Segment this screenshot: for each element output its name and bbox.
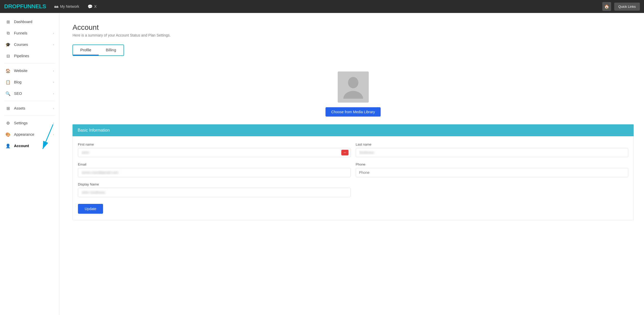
email-group: Email [78,162,351,177]
chevron-icon: ‹ [53,69,54,72]
dashboard-icon: ⊞ [5,19,11,25]
logo-drop: DROP [4,3,20,10]
basic-info-title: Basic Information [78,128,110,132]
svg-point-2 [348,77,358,88]
chevron-icon: ‹ [53,133,54,136]
email-input[interactable] [78,168,351,177]
display-name-input[interactable] [78,188,351,197]
sidebar-divider [4,63,55,63]
last-name-input[interactable] [356,148,628,157]
app-body: ⊞ Dashboard ⧉ Funnels ‹ 🎓 Courses ‹ ⊟ Pi… [0,13,644,315]
pipelines-icon: ⊟ [5,53,11,59]
sidebar-label-blog: Blog [14,80,21,84]
main-content: Account Here is a summary of your Accoun… [60,13,644,315]
chat-icon: 💬 [88,4,93,9]
chevron-icon: ‹ [53,81,54,84]
choose-media-button[interactable]: Choose from Media Library [325,107,381,117]
basic-info-section: Basic Information First name ··· Last na… [73,124,634,220]
profile-section: Choose from Media Library [73,64,634,122]
settings-icon: ⚙ [5,120,11,126]
sidebar-label-funnels: Funnels [14,31,27,35]
logo-funnels: FUNNELS [20,3,46,10]
display-name-label: Display Name [78,182,351,186]
first-name-group: First name ··· [78,142,351,157]
sidebar-item-settings[interactable]: ⚙ Settings ‹ [0,117,59,129]
sidebar-label-courses: Courses [14,42,28,47]
chevron-icon: ‹ [53,107,54,110]
sidebar-divider [4,116,55,116]
svg-point-3 [343,91,363,99]
website-icon: 🏠 [5,68,11,74]
account-icon: 👤 [5,143,11,149]
my-network-nav[interactable]: 🏘 My Network [52,3,81,10]
sidebar-label-appearance: Appearance [14,132,34,137]
chevron-icon: ‹ [53,121,54,125]
top-navigation: DROPFUNNELS 🏘 My Network 💬 X 🏠 Quick Lin… [0,0,644,13]
basic-info-header: Basic Information [73,124,634,136]
email-label: Email [78,162,351,166]
avatar-placeholder [338,71,369,103]
sidebar-label-settings: Settings [14,121,27,125]
sidebar-divider [4,101,55,101]
email-phone-row: Email Phone [78,162,628,177]
sidebar-item-appearance[interactable]: 🎨 Appearance ‹ [0,129,59,140]
sidebar-item-account[interactable]: 👤 Account [0,140,59,152]
sidebar-item-funnels[interactable]: ⧉ Funnels ‹ [0,27,59,39]
tab-billing[interactable]: Billing [99,45,124,55]
page-title: Account [73,23,634,32]
input-action-badge[interactable]: ··· [341,150,349,155]
chevron-icon: ‹ [53,92,54,95]
sidebar-item-pipelines[interactable]: ⊟ Pipelines [0,50,59,62]
first-name-label: First name [78,142,351,146]
display-name-group: Display Name [78,182,351,197]
logo[interactable]: DROPFUNNELS [4,3,46,10]
tab-profile[interactable]: Profile [73,45,99,55]
sidebar-label-dashboard: Dashboard [14,20,32,24]
first-name-wrapper: ··· [78,148,351,157]
sidebar-item-website[interactable]: 🏠 Website ‹ [0,65,59,76]
appearance-icon: 🎨 [5,132,11,137]
sidebar-item-assets[interactable]: ⊞ Assets ‹ [0,103,59,114]
last-name-label: Last name [356,142,628,146]
sidebar-label-account: Account [14,144,29,148]
sidebar-label-website: Website [14,69,27,73]
seo-icon: 🔍 [5,91,11,96]
name-row: First name ··· Last name [78,142,628,157]
funnels-icon: ⧉ [5,30,11,36]
avatar-icon [343,75,364,99]
sidebar-label-assets: Assets [14,106,25,110]
phone-label: Phone [356,162,628,166]
assets-icon: ⊞ [5,105,11,111]
my-network-label: My Network [60,4,79,9]
first-name-input[interactable] [78,148,351,157]
sidebar-item-courses[interactable]: 🎓 Courses ‹ [0,39,59,50]
sidebar-label-seo: SEO [14,91,22,96]
update-button[interactable]: Update [78,204,103,214]
blog-icon: 📋 [5,79,11,85]
sidebar-item-blog[interactable]: 📋 Blog ‹ [0,76,59,88]
tabs-container: Profile Billing [73,45,124,56]
network-icon: 🏘 [54,4,59,9]
sidebar-item-seo[interactable]: 🔍 SEO ‹ [0,88,59,99]
chevron-icon: ‹ [53,43,54,46]
last-name-group: Last name [356,142,628,157]
chat-label: X [94,4,97,9]
phone-group: Phone [356,162,628,177]
topnav-right: 🏠 Quick Links [602,2,640,11]
page-subtitle: Here is a summary of your Account Status… [73,33,634,37]
chevron-icon: ‹ [53,32,54,35]
last-name-wrapper [356,148,628,157]
sidebar-item-dashboard[interactable]: ⊞ Dashboard [0,16,59,27]
sidebar-label-pipelines: Pipelines [14,54,29,58]
basic-info-body: First name ··· Last name [73,136,634,220]
home-button[interactable]: 🏠 [602,2,611,11]
chat-nav[interactable]: 💬 X [85,3,99,10]
phone-input[interactable] [356,168,628,177]
courses-icon: 🎓 [5,42,11,47]
display-name-row: Display Name [78,182,628,197]
quick-links-button[interactable]: Quick Links [614,3,640,11]
sidebar: ⊞ Dashboard ⧉ Funnels ‹ 🎓 Courses ‹ ⊟ Pi… [0,13,60,315]
